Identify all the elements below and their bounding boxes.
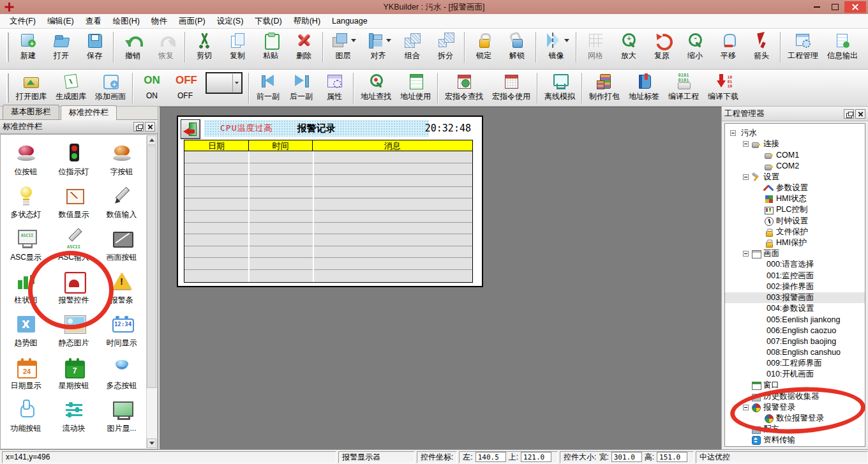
信息输出-button[interactable]: 信息输出 (823, 29, 862, 63)
打开图库-button[interactable]: 打开图库 (11, 70, 51, 104)
control-date-display[interactable]: 日期显示 (2, 351, 50, 394)
tree-expander-icon[interactable] (743, 251, 749, 257)
复制-button[interactable]: 复制 (221, 29, 254, 63)
tree-item-COM2[interactable]: COM2 (725, 161, 865, 172)
scrollbar-thumb[interactable] (147, 146, 156, 388)
tree-item-004:参数设置[interactable]: 004:参数设置 (725, 303, 865, 314)
control-ascii-input[interactable]: ASC输入 (50, 223, 98, 266)
height-value-field[interactable]: 151.0 (657, 452, 687, 462)
图层-button[interactable]: 图层 (326, 29, 361, 63)
control-numeric-display[interactable]: 数值显示 (50, 180, 98, 223)
tree-item-005:Eenlish jiankong[interactable]: 005:Eenlish jiankong (725, 314, 865, 325)
地址使用-button[interactable]: 地址使用 (396, 70, 435, 104)
menu-item-查看[interactable]: 查看 (80, 14, 107, 29)
tree-item-画面[interactable]: 画面 (725, 248, 865, 259)
scroll-up-button[interactable] (147, 135, 156, 145)
alarm-record-table[interactable]: 日期时间消息 (184, 140, 473, 283)
control-multi-state-button[interactable]: 多态按钮 (98, 351, 146, 394)
control-bar-graph[interactable]: 柱状图 (2, 266, 50, 308)
属性-button[interactable]: 属性 (318, 70, 351, 104)
组合-button[interactable]: 组合 (396, 29, 429, 63)
离线模拟-button[interactable]: 离线模拟 (540, 70, 580, 104)
menu-item-下载(D)[interactable]: 下载(D) (249, 14, 287, 29)
menu-item-Language[interactable]: Language (326, 15, 373, 27)
design-canvas[interactable]: CPU温度过高 报警记录 20:32:48 日期时间消息 (159, 107, 721, 449)
tree-expander-icon[interactable] (743, 174, 749, 180)
tree-expander-icon[interactable] (730, 130, 736, 136)
添加画面-button[interactable]: 添加画面 (91, 70, 130, 104)
粘贴-button[interactable]: 粘贴 (254, 29, 287, 63)
tab-标准控件栏[interactable]: 标准控件栏 (61, 105, 117, 120)
tab-基本图形栏[interactable]: 基本图形栏 (3, 105, 59, 119)
tree-item-006:English caozuo[interactable]: 006:English caozuo (725, 325, 865, 336)
tree-item-连接[interactable]: 连接 (725, 138, 865, 149)
menu-item-物件[interactable]: 物件 (146, 14, 173, 29)
control-alarm-control[interactable]: 报警控件 (50, 266, 98, 308)
tree-item-PLC控制[interactable]: PLC控制 (725, 204, 865, 215)
menu-item-编辑(E)[interactable]: 编辑(E) (41, 14, 80, 29)
撤销-button[interactable]: 撤销 (116, 29, 149, 63)
toolbar-grip[interactable] (6, 73, 9, 103)
chevron-down-icon[interactable] (351, 39, 356, 42)
保存-button[interactable]: 保存 (78, 29, 111, 63)
menu-item-画面(P)[interactable]: 画面(P) (173, 14, 211, 29)
control-numeric-input[interactable]: 数值输入 (98, 180, 146, 223)
平移-button[interactable]: 平移 (712, 29, 745, 63)
tree-expander-icon[interactable] (743, 141, 749, 147)
tree-item-009:工程师界面[interactable]: 009:工程师界面 (725, 358, 865, 369)
tree-item-COM1[interactable]: COM1 (725, 149, 865, 160)
tree-item-设置[interactable]: 设置 (725, 172, 865, 183)
toolbar-grip[interactable] (6, 33, 9, 62)
control-screen-button[interactable]: 画面按钮 (98, 223, 146, 266)
锁定-button[interactable]: 锁定 (467, 29, 500, 63)
tree-item-窗口[interactable]: 窗口 (725, 380, 865, 391)
alarm-screen-design[interactable]: CPU温度过高 报警记录 20:32:48 日期时间消息 (177, 116, 483, 287)
tree-item-文件保护[interactable]: 文件保护 (725, 227, 865, 237)
menu-item-设定(S)[interactable]: 设定(S) (211, 14, 250, 29)
剪切-button[interactable]: 剪切 (188, 29, 221, 63)
tree-item-008:English canshuo[interactable]: 008:English canshuo (725, 347, 865, 358)
alarm-banner[interactable]: CPU温度过高 报警记录 (204, 120, 429, 137)
control-word-button[interactable]: 字按钮 (98, 137, 146, 180)
tree-item-历史数据收集器[interactable]: 历史数据收集器 (725, 391, 865, 402)
control-alarm-strip[interactable]: 报警条 (98, 266, 146, 308)
panel-float-button[interactable] (133, 122, 144, 131)
top-value-field[interactable]: 121.0 (521, 452, 551, 462)
制作打包-button[interactable]: 制作打包 (585, 70, 624, 104)
tree-item-参数设置[interactable]: 参数设置 (725, 183, 865, 193)
control-time-display[interactable]: 时间显示 (98, 308, 146, 351)
tree-item-数位报警登录[interactable]: 数位报警登录 (725, 413, 865, 424)
tree-item-报警登录[interactable]: 报警登录 (725, 402, 865, 413)
tree-item-002:操作界面[interactable]: 002:操作界面 (725, 281, 865, 292)
tree-item-配方[interactable]: 配方 (725, 424, 865, 435)
chevron-down-icon[interactable] (386, 39, 391, 42)
删除-button[interactable]: 删除 (287, 29, 320, 63)
工程管理-button[interactable]: 工程管理 (783, 29, 823, 63)
ON-button[interactable]: ON (135, 70, 168, 102)
tree-item-000:语言选择[interactable]: 000:语言选择 (725, 259, 865, 270)
箭头-button[interactable]: 箭头 (745, 29, 778, 63)
tree-item-007:English baojing[interactable]: 007:English baojing (725, 336, 865, 347)
control-flow-block[interactable]: 流动块 (50, 394, 98, 437)
tree-item-001:监控画面[interactable]: 001:监控画面 (725, 270, 865, 281)
menu-item-绘图(H)[interactable]: 绘图(H) (107, 14, 146, 29)
palette-scrollbar[interactable] (146, 135, 156, 448)
放大-button[interactable]: 放大 (612, 29, 645, 63)
tree-item-HMI保护[interactable]: HMI保护 (725, 237, 865, 248)
tree-item-资料传输[interactable]: 资料传输 (725, 435, 865, 445)
left-value-field[interactable]: 140.5 (475, 452, 506, 462)
对齐-button[interactable]: 对齐 (361, 29, 396, 63)
control-bit-lamp[interactable]: 位指示灯 (50, 137, 98, 180)
编译工程-button[interactable]: 编译工程 (664, 70, 703, 104)
exit-screen-button[interactable] (181, 119, 200, 139)
control-bit-button[interactable]: 位按钮 (2, 137, 50, 180)
tree-item-时钟设置[interactable]: 时钟设置 (725, 216, 865, 227)
打开-button[interactable]: 打开 (45, 29, 78, 63)
前一副-button[interactable]: 前一副 (251, 70, 285, 104)
combo-dropdown-icon[interactable] (232, 74, 241, 92)
panel-close-button[interactable] (145, 122, 155, 131)
menu-item-文件(F)[interactable]: 文件(F) (4, 14, 41, 29)
tree-item-污水[interactable]: 污水 (725, 128, 865, 138)
拆分-button[interactable]: 拆分 (429, 29, 462, 63)
screen-select-combo[interactable] (206, 72, 243, 94)
